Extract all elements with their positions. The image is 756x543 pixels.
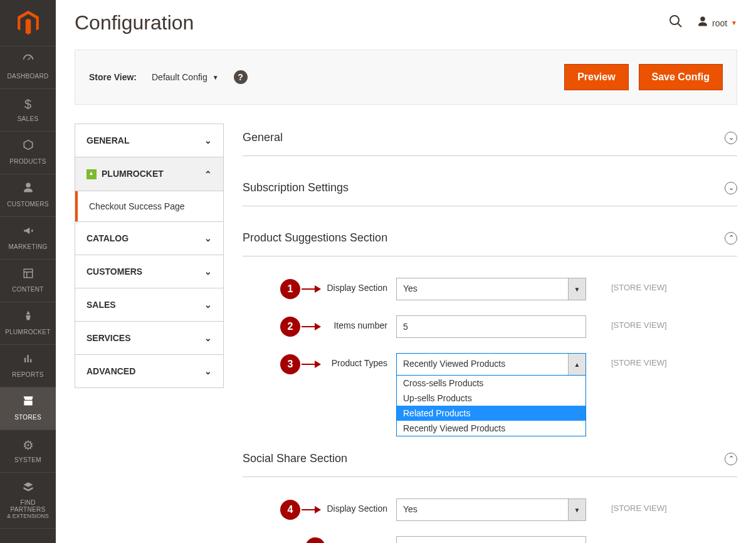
nav-label: SALES (3, 115, 53, 122)
collapse-icon: ⌄ (725, 132, 737, 144)
section-head-general[interactable]: General ⌄ (243, 124, 737, 156)
config-group-customers[interactable]: CUSTOMERS⌄ (75, 255, 223, 288)
caret-down-icon: ▼ (731, 19, 737, 26)
field-items-number: 2 Items number [STORE VIEW] (243, 315, 737, 338)
dashboard-icon (3, 53, 53, 70)
select-value: Recently Viewed Products (397, 354, 568, 375)
sidebar-item-plumrocket[interactable]: PLUMROCKET (0, 302, 56, 345)
option-related[interactable]: Related Products (397, 406, 585, 421)
person-icon (3, 181, 53, 198)
chevron-down-icon: ⌄ (204, 233, 212, 243)
callout-1: 1 (280, 279, 300, 299)
field-scope: [STORE VIEW] (586, 278, 667, 292)
caret-down-icon: ▼ (213, 74, 219, 81)
chevron-down-icon: ⌄ (204, 333, 212, 343)
nav-label: CUSTOMERS (3, 201, 53, 208)
field-scope: [STORE VIEW] (586, 498, 667, 513)
chevron-down-icon: ⌄ (204, 366, 212, 376)
display-section-select[interactable]: Yes ▼ (396, 278, 586, 300)
field-scope: [STORE VIEW] (586, 536, 667, 543)
field-scope: [STORE VIEW] (586, 315, 667, 330)
section-title: Social Share Section (243, 452, 347, 465)
store-view-label: Store View: (89, 72, 137, 82)
sidebar-item-sales[interactable]: $SALES (0, 89, 56, 132)
nav-sublabel: & EXTENSIONS (3, 513, 53, 519)
option-recently-viewed[interactable]: Recently Viewed Products (397, 421, 585, 436)
user-menu[interactable]: root ▼ (697, 16, 737, 30)
select-value: Yes (397, 278, 568, 300)
chevron-down-icon: ⌄ (204, 300, 212, 310)
main-content: Configuration root ▼ Store View: Default… (56, 0, 756, 543)
field-message: 5 Message You can use variable {{store_n… (243, 536, 737, 543)
search-icon[interactable] (668, 14, 683, 33)
sidebar-item-stores[interactable]: STORES (0, 387, 56, 430)
config-group-general[interactable]: GENERAL⌄ (75, 124, 223, 157)
social-display-select[interactable]: Yes ▼ (396, 498, 586, 521)
option-cross-sells[interactable]: Cross-sells Products (397, 376, 585, 391)
user-icon (697, 16, 708, 30)
sidebar-item-dashboard[interactable]: DASHBOARD (0, 46, 56, 89)
expand-icon: ⌃ (725, 453, 737, 465)
dollar-icon: $ (3, 95, 53, 113)
callout-4: 4 (280, 500, 300, 520)
svg-line-1 (678, 23, 681, 27)
store-view-bar: Store View: Default Config ▼ ? Preview S… (75, 50, 737, 105)
field-scope: [STORE VIEW] (586, 353, 667, 367)
plumrocket-icon (3, 308, 53, 326)
select-value: Yes (397, 499, 568, 520)
config-group-sales[interactable]: SALES⌄ (75, 288, 223, 322)
message-textarea[interactable] (396, 536, 586, 543)
partners-icon (3, 479, 53, 497)
config-subgroup: Checkout Success Page (75, 191, 223, 222)
config-group-catalog[interactable]: CATALOG⌄ (75, 222, 223, 255)
config-item-checkout-success[interactable]: Checkout Success Page (75, 191, 223, 221)
expand-icon: ⌃ (725, 232, 737, 245)
nav-label: REPORTS (3, 371, 53, 378)
section-title: General (243, 131, 283, 144)
config-nav: GENERAL⌄ PLUMROCKET⌃ Checkout Success Pa… (75, 124, 224, 388)
page-title: Configuration (75, 11, 194, 34)
magento-logo[interactable] (0, 0, 56, 46)
help-icon[interactable]: ? (234, 70, 248, 84)
callout-arrow (302, 288, 320, 290)
sidebar-item-system[interactable]: ⚙SYSTEM (0, 430, 56, 473)
sidebar-item-content[interactable]: CONTENT (0, 260, 56, 302)
megaphone-icon (3, 223, 53, 241)
items-number-input[interactable] (396, 315, 586, 338)
section-head-subscription[interactable]: Subscription Settings ⌄ (243, 174, 737, 206)
plumrocket-logo-icon (87, 169, 97, 179)
config-group-advanced[interactable]: ADVANCED⌄ (75, 355, 223, 387)
sidebar-item-reports[interactable]: REPORTS (0, 345, 56, 387)
section-head-social-share[interactable]: Social Share Section ⌃ (243, 445, 737, 477)
field-display-section: 1 Display Section Yes ▼ [STORE VIEW] (243, 278, 737, 300)
sidebar-item-marketing[interactable]: MARKETING (0, 217, 56, 260)
collapse-icon: ⌄ (725, 182, 737, 194)
store-view-value: Default Config (152, 72, 207, 82)
user-name: root (712, 18, 727, 28)
field-social-display-section: 4 Display Section Yes ▼ [STORE VIEW] (243, 498, 737, 521)
sidebar-item-products[interactable]: PRODUCTS (0, 132, 56, 174)
sidebar-item-partners[interactable]: FIND PARTNERS& EXTENSIONS (0, 473, 56, 529)
option-up-sells[interactable]: Up-sells Products (397, 391, 585, 406)
callout-arrow (302, 364, 320, 365)
product-types-dropdown: Cross-sells Products Up-sells Products R… (396, 376, 586, 436)
save-config-button[interactable]: Save Config (639, 64, 723, 90)
nav-label: STORES (3, 414, 53, 421)
nav-label: PRODUCTS (3, 158, 53, 165)
section-head-product-suggestions[interactable]: Product Suggestions Section ⌃ (243, 224, 737, 256)
chevron-down-icon: ⌄ (204, 135, 212, 145)
config-group-plumrocket[interactable]: PLUMROCKET⌃ (75, 157, 223, 191)
field-product-types: 3 Product Types Recently Viewed Products… (243, 353, 737, 376)
svg-point-0 (670, 16, 679, 24)
chart-icon (3, 351, 53, 369)
chevron-down-icon: ⌄ (204, 266, 212, 277)
sidebar-item-customers[interactable]: CUSTOMERS (0, 174, 56, 217)
config-group-services[interactable]: SERVICES⌄ (75, 322, 223, 355)
layout-icon (3, 266, 53, 283)
product-types-select[interactable]: Recently Viewed Products ▲ (396, 353, 586, 376)
preview-button[interactable]: Preview (564, 64, 628, 90)
store-view-select[interactable]: Default Config ▼ (152, 72, 219, 82)
nav-label: PLUMROCKET (3, 329, 53, 335)
top-actions: root ▼ (668, 14, 737, 33)
caret-down-icon: ▼ (568, 278, 585, 300)
